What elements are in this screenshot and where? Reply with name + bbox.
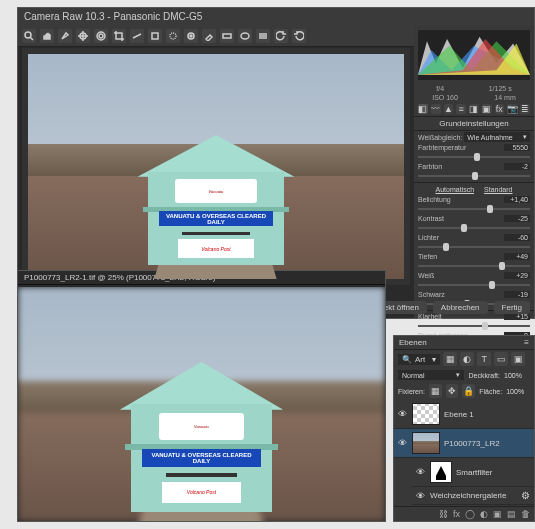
target-adjust-icon[interactable] xyxy=(94,29,108,43)
filter-pixel-icon[interactable]: ▦ xyxy=(443,352,457,366)
transform-icon[interactable] xyxy=(148,29,162,43)
wb-tool-icon[interactable] xyxy=(58,29,72,43)
delete-icon[interactable]: 🗑 xyxy=(521,509,530,519)
prefs-icon[interactable] xyxy=(256,29,270,43)
detail-tab-icon[interactable]: ▲ xyxy=(444,104,454,114)
slider-belichtung[interactable] xyxy=(418,205,530,213)
straighten-icon[interactable] xyxy=(130,29,144,43)
mailbox: Vanuatu VANUATU & OVERSEAS CLEARED DAILY… xyxy=(148,135,283,266)
curve-tab-icon[interactable]: 〰 xyxy=(431,104,441,114)
layer-thumb[interactable] xyxy=(412,432,440,454)
filter-kind-select[interactable]: 🔍Art▾ xyxy=(398,354,440,365)
layer-name[interactable]: Ebene 1 xyxy=(444,410,530,419)
svg-point-13 xyxy=(241,33,249,39)
cal-tab-icon[interactable]: 📷 xyxy=(507,104,517,114)
tint-value[interactable]: -2 xyxy=(504,163,530,170)
temp-value[interactable]: 5550 xyxy=(504,144,530,151)
visibility-icon[interactable]: 👁 xyxy=(398,409,408,419)
redeye-icon[interactable] xyxy=(184,29,198,43)
zoom-tool-icon[interactable] xyxy=(22,29,36,43)
fill-value[interactable]: 100% xyxy=(506,388,530,395)
blend-mode-select[interactable]: Normal▾ xyxy=(398,370,464,380)
lock-label: Fixieren: xyxy=(398,388,425,395)
split-tab-icon[interactable]: ◨ xyxy=(469,104,479,114)
graduated-filter-icon[interactable] xyxy=(220,29,234,43)
slider-lichter[interactable] xyxy=(418,243,530,251)
layer-row[interactable]: 👁 P1000773_LR2 xyxy=(394,429,534,458)
svg-point-6 xyxy=(97,32,105,40)
lock-pixels-icon[interactable]: ▦ xyxy=(429,384,442,398)
focal: 14 mm xyxy=(494,94,515,101)
slider-value[interactable]: +15 xyxy=(504,313,530,320)
filter-type-icon[interactable]: T xyxy=(477,352,491,366)
mask-icon[interactable]: ◯ xyxy=(465,509,475,519)
smartfilter-row[interactable]: 👁 Smartfilter xyxy=(412,458,534,487)
slider-value[interactable]: +49 xyxy=(504,253,530,260)
tint-slider[interactable] xyxy=(418,172,530,180)
slider-value[interactable]: -60 xyxy=(504,234,530,241)
slider-kontrast[interactable] xyxy=(418,224,530,232)
tint-label: Farbton xyxy=(418,163,502,170)
radial-filter-icon[interactable] xyxy=(238,29,252,43)
fx-icon[interactable]: fx xyxy=(453,509,460,519)
slider-value[interactable]: -19 xyxy=(504,291,530,298)
spot-removal-icon[interactable] xyxy=(166,29,180,43)
slider-value[interactable]: -25 xyxy=(504,215,530,222)
filter-smart-icon[interactable]: ▣ xyxy=(511,352,525,366)
fx-tab-icon[interactable]: fx xyxy=(495,104,505,114)
basic-tab-icon[interactable]: ◧ xyxy=(418,104,428,114)
window-title: Camera Raw 10.3 - Panasonic DMC-G5 xyxy=(18,8,534,26)
filter-mask-thumb[interactable] xyxy=(430,461,452,483)
filter-shape-icon[interactable]: ▭ xyxy=(494,352,508,366)
std-link[interactable]: Standard xyxy=(484,186,512,193)
slider-value[interactable]: +29 xyxy=(504,272,530,279)
acr-preview[interactable]: Vanuatu VANUATU & OVERSEAS CLEARED DAILY… xyxy=(22,48,410,285)
svg-line-1 xyxy=(30,37,33,40)
hsl-tab-icon[interactable]: ≡ xyxy=(456,104,466,114)
lock-all-icon[interactable]: 🔒 xyxy=(462,384,475,398)
hand-tool-icon[interactable] xyxy=(40,29,54,43)
layers-bottom-bar: ⛓ fx ◯ ◐ ▣ ▤ 🗑 xyxy=(394,506,534,521)
color-sampler-icon[interactable] xyxy=(76,29,90,43)
wb-select[interactable]: Wie Aufnahme▾ xyxy=(464,132,530,142)
visibility-icon[interactable]: 👁 xyxy=(398,438,408,448)
cancel-button[interactable]: Abbrechen xyxy=(433,301,488,314)
slider-value[interactable]: +1,40 xyxy=(504,196,530,203)
slider-tiefen[interactable] xyxy=(418,262,530,270)
crop-tool-icon[interactable] xyxy=(112,29,126,43)
slider-weiß[interactable] xyxy=(418,281,530,289)
rotate-cw-icon[interactable] xyxy=(292,29,306,43)
temp-slider[interactable] xyxy=(418,153,530,161)
layer-thumb[interactable] xyxy=(412,403,440,425)
filter-name[interactable]: Weichzeichnergalerie xyxy=(430,491,517,500)
opacity-value[interactable]: 100% xyxy=(504,372,530,379)
panel-menu-icon[interactable]: ≡ xyxy=(524,338,529,347)
auto-link[interactable]: Automatisch xyxy=(436,186,475,193)
slider-label: Lichter xyxy=(418,234,502,241)
adjustment-icon[interactable]: ◐ xyxy=(480,509,488,519)
new-layer-icon[interactable]: ▤ xyxy=(507,509,516,519)
smartfilter-label: Smartfilter xyxy=(456,468,530,477)
rotate-ccw-icon[interactable] xyxy=(274,29,288,43)
group-icon[interactable]: ▣ xyxy=(493,509,502,519)
visibility-icon[interactable]: 👁 xyxy=(416,467,426,477)
layer-row[interactable]: 👁 Ebene 1 xyxy=(394,400,534,429)
slider-klarheit[interactable] xyxy=(418,322,530,330)
lock-position-icon[interactable]: ✥ xyxy=(446,384,459,398)
done-button[interactable]: Fertig xyxy=(494,301,530,314)
slider-label: Klarheit xyxy=(418,313,502,320)
lens-tab-icon[interactable]: ▣ xyxy=(482,104,492,114)
adjustment-brush-icon[interactable] xyxy=(202,29,216,43)
photoshop-canvas[interactable]: Vanuatu VANUATU & OVERSEAS CLEARED DAILY… xyxy=(18,287,385,521)
slider-label: Kontrast xyxy=(418,215,502,222)
filter-entry-row[interactable]: 👁 Weichzeichnergalerie ⚙ xyxy=(412,487,534,505)
filter-options-icon[interactable]: ⚙ xyxy=(521,490,530,501)
link-layers-icon[interactable]: ⛓ xyxy=(439,509,448,519)
visibility-icon[interactable]: 👁 xyxy=(416,491,426,501)
filter-adjust-icon[interactable]: ◐ xyxy=(460,352,474,366)
histogram[interactable] xyxy=(418,30,530,80)
slider-label: Schwarz xyxy=(418,291,502,298)
document-tab[interactable]: P1000773_LR2-1.tif @ 25% (P1000773_LR2, … xyxy=(18,271,385,285)
layer-name[interactable]: P1000773_LR2 xyxy=(444,439,530,448)
preset-tab-icon[interactable]: ≣ xyxy=(520,104,530,114)
